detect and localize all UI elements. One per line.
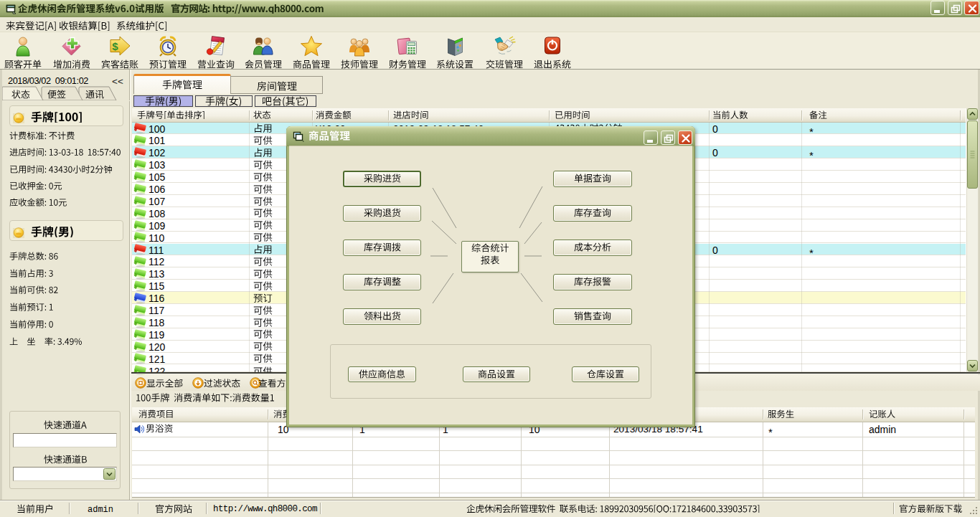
svg-text:$: $: [112, 40, 118, 52]
